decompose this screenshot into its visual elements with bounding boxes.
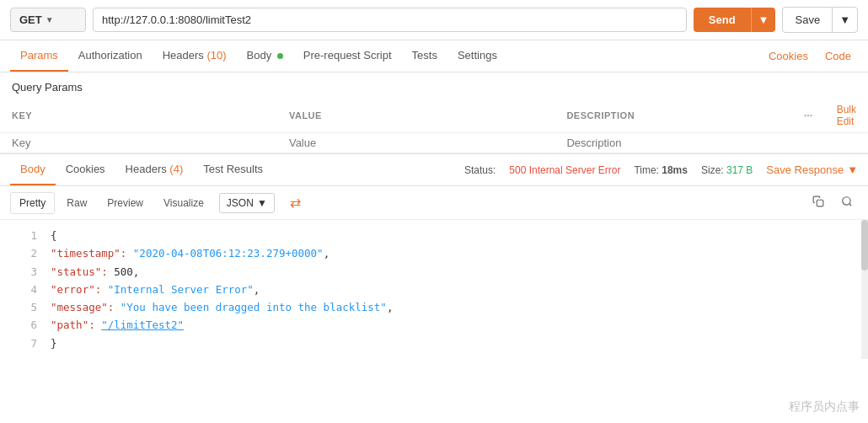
send-label: Send xyxy=(694,8,751,32)
json-format-value: JSON xyxy=(227,197,254,209)
params-table: KEY VALUE DESCRIPTION ··· Bulk Edit xyxy=(0,99,868,153)
json-line: 3"status": 500, xyxy=(12,263,856,281)
description-column-header: DESCRIPTION xyxy=(555,99,792,133)
tab-cookies-link[interactable]: Cookies xyxy=(762,41,815,71)
save-response-dropdown-icon[interactable]: ▼ xyxy=(847,163,858,176)
save-label: Save xyxy=(783,8,832,32)
query-params-section: Query Params KEY VALUE DESCRIPTION ··· B… xyxy=(0,72,868,153)
response-body-container: 1{2"timestamp": "2020-04-08T06:12:23.279… xyxy=(0,220,868,359)
headers-badge: (10) xyxy=(206,49,226,62)
save-response-label: Save Response xyxy=(766,163,844,176)
response-bar: Body Cookies Headers (4) Test Results St… xyxy=(0,153,868,186)
response-tabs: Body Cookies Headers (4) Test Results xyxy=(10,154,273,185)
tab-code-link[interactable]: Code xyxy=(818,41,858,71)
json-line: 2"timestamp": "2020-04-08T06:12:23.279+0… xyxy=(12,244,856,262)
svg-line-2 xyxy=(849,204,852,206)
method-value: GET xyxy=(19,13,42,26)
response-status-info: Status: 500 Internal Server Error Time: … xyxy=(464,163,858,176)
resp-tab-cookies[interactable]: Cookies xyxy=(56,154,115,185)
dots-column: ··· xyxy=(792,99,825,133)
json-format-select[interactable]: JSON ▼ xyxy=(219,193,275,213)
tab-authorization[interactable]: Authorization xyxy=(68,40,153,72)
resp-tab-body[interactable]: Body xyxy=(10,154,56,185)
resp-headers-badge: (4) xyxy=(169,163,183,175)
response-toolbar: Pretty Raw Preview Visualize JSON ▼ ⇄ xyxy=(0,186,868,220)
size-info: Size: 317 B xyxy=(701,164,753,176)
key-column-header: KEY xyxy=(0,99,277,133)
svg-rect-0 xyxy=(817,200,823,206)
tab-prerequest[interactable]: Pre-request Script xyxy=(293,40,402,72)
save-button[interactable]: Save ▼ xyxy=(782,7,858,33)
format-visualize[interactable]: Visualize xyxy=(155,193,212,213)
status-value: 500 Internal Server Error xyxy=(509,164,620,176)
json-format-chevron: ▼ xyxy=(257,197,267,209)
right-tabs: Cookies Code xyxy=(762,41,858,71)
send-button[interactable]: Send ▼ xyxy=(694,8,776,32)
response-body: 1{2"timestamp": "2020-04-08T06:12:23.279… xyxy=(0,220,868,359)
resp-tab-headers[interactable]: Headers (4) xyxy=(115,154,194,185)
search-icon[interactable] xyxy=(836,192,858,213)
tab-params[interactable]: Params xyxy=(10,40,68,72)
scrollbar-track[interactable] xyxy=(861,220,868,359)
copy-icon[interactable] xyxy=(807,192,829,213)
wrap-button[interactable]: ⇄ xyxy=(283,191,308,214)
scrollbar-thumb[interactable] xyxy=(861,220,868,270)
tab-body[interactable]: Body xyxy=(237,40,293,72)
key-input[interactable] xyxy=(12,137,265,149)
method-chevron: ▼ xyxy=(46,15,54,24)
request-tabs: Params Authorization Headers (10) Body P… xyxy=(0,40,868,72)
query-params-title: Query Params xyxy=(0,72,868,99)
method-selector[interactable]: GET ▼ xyxy=(10,8,86,32)
format-preview[interactable]: Preview xyxy=(99,193,152,213)
svg-point-1 xyxy=(843,197,850,205)
size-value: 317 B xyxy=(726,164,753,176)
body-dot xyxy=(277,53,283,59)
description-input[interactable] xyxy=(566,137,780,149)
json-line: 5"message": "You have been dragged into … xyxy=(12,298,856,316)
url-input[interactable]: http://127.0.0.1:8080/limitTest2 xyxy=(93,8,687,32)
url-bar: GET ▼ http://127.0.0.1:8080/limitTest2 S… xyxy=(0,0,868,40)
bulk-edit-button[interactable]: Bulk Edit xyxy=(825,99,868,133)
status-label: Status: xyxy=(464,164,496,176)
json-line: 4"error": "Internal Server Error", xyxy=(12,281,856,298)
save-response-button[interactable]: Save Response ▼ xyxy=(766,163,858,176)
table-row xyxy=(0,133,868,153)
resp-tab-test-results[interactable]: Test Results xyxy=(193,154,273,185)
tab-tests[interactable]: Tests xyxy=(402,40,447,72)
tab-headers[interactable]: Headers (10) xyxy=(153,40,237,72)
toolbar-right-icons xyxy=(807,192,858,213)
json-line: 7} xyxy=(12,335,856,352)
json-line: 6"path": "/limitTest2" xyxy=(12,316,856,334)
save-dropdown-icon[interactable]: ▼ xyxy=(832,8,857,32)
value-column-header: VALUE xyxy=(277,99,555,133)
send-dropdown-icon[interactable]: ▼ xyxy=(751,8,776,32)
json-line: 1{ xyxy=(12,227,856,244)
value-input[interactable] xyxy=(289,137,544,149)
format-pretty[interactable]: Pretty xyxy=(10,192,55,214)
time-info: Time: 18ms xyxy=(634,164,688,176)
tab-settings[interactable]: Settings xyxy=(447,40,507,72)
format-raw[interactable]: Raw xyxy=(58,193,95,213)
